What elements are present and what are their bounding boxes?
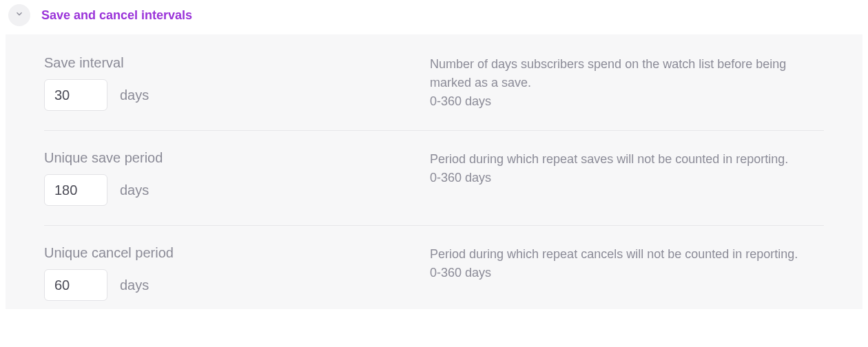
row-unique-cancel-period: Unique cancel period days Period during … — [44, 245, 824, 301]
input-line: days — [44, 79, 402, 111]
settings-panel: Save interval days Number of days subscr… — [6, 34, 862, 309]
unit-label: days — [120, 277, 149, 293]
chevron-down-icon — [14, 9, 24, 21]
unique-save-period-description: Period during which repeat saves will no… — [430, 150, 824, 169]
save-interval-range: 0-360 days — [430, 92, 824, 111]
section-title: Save and cancel intervals — [41, 8, 192, 23]
input-line: days — [44, 269, 402, 301]
row-save-interval: Save interval days Number of days subscr… — [44, 55, 824, 131]
unit-label: days — [120, 182, 149, 198]
collapse-toggle[interactable] — [8, 4, 30, 26]
unique-cancel-period-input[interactable] — [44, 269, 107, 301]
unique-cancel-period-label: Unique cancel period — [44, 245, 402, 261]
unique-cancel-period-range: 0-360 days — [430, 264, 824, 282]
unit-label: days — [120, 87, 149, 103]
section-header: Save and cancel intervals — [0, 0, 868, 34]
save-interval-description: Number of days subscribers spend on the … — [430, 55, 824, 92]
save-interval-input[interactable] — [44, 79, 107, 111]
field-right: Number of days subscribers spend on the … — [430, 55, 824, 111]
field-right: Period during which repeat saves will no… — [430, 150, 824, 206]
unique-cancel-period-description: Period during which repeat cancels will … — [430, 245, 824, 264]
unique-save-period-label: Unique save period — [44, 150, 402, 166]
unique-save-period-range: 0-360 days — [430, 169, 824, 187]
field-left: Save interval days — [44, 55, 402, 111]
row-unique-save-period: Unique save period days Period during wh… — [44, 150, 824, 226]
unique-save-period-input[interactable] — [44, 174, 107, 206]
field-right: Period during which repeat cancels will … — [430, 245, 824, 301]
field-left: Unique save period days — [44, 150, 402, 206]
save-interval-label: Save interval — [44, 55, 402, 71]
input-line: days — [44, 174, 402, 206]
field-left: Unique cancel period days — [44, 245, 402, 301]
